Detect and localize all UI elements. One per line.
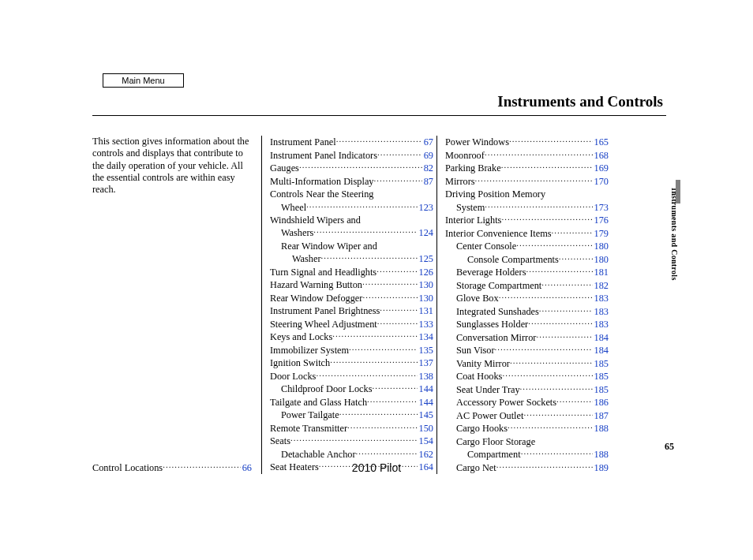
toc-page-link[interactable]: 188	[593, 448, 609, 461]
toc-entry: Washers124	[270, 226, 433, 240]
toc-leader-dots	[539, 304, 593, 314]
toc-entry: Ignition Switch137	[270, 357, 433, 370]
toc-page-link[interactable]: 170	[593, 175, 609, 188]
toc-label: Power Tailgate	[270, 409, 339, 421]
toc-page-link[interactable]: 133	[418, 318, 433, 330]
toc-label: Tailgate and Glass Hatch	[270, 396, 367, 409]
toc-page-link[interactable]: 188	[593, 422, 609, 435]
toc-label: Interior Convenience Items	[445, 227, 552, 240]
toc-page-link[interactable]: 67	[422, 136, 433, 148]
toc-page-link[interactable]: 144	[418, 396, 433, 409]
toc-leader-dots	[349, 343, 417, 353]
toc-page-link[interactable]: 69	[422, 149, 433, 162]
toc-page-link[interactable]: 179	[593, 227, 609, 240]
toc-leader-dots	[552, 226, 593, 236]
toc-label: Keys and Locks	[270, 330, 332, 343]
toc-page-link[interactable]: 181	[593, 266, 609, 278]
toc-page-link[interactable]: 185	[593, 383, 609, 396]
toc-page-link[interactable]: 186	[593, 396, 609, 409]
toc-entry: Storage Compartment182	[445, 278, 609, 292]
toc-entry: Hazard Warning Button130	[270, 278, 433, 292]
toc-label: Childproof Door Locks	[270, 383, 372, 395]
toc-page-link[interactable]: 131	[418, 304, 433, 317]
toc-entry: AC Power Outlet187	[445, 409, 609, 423]
toc-page-link[interactable]: 144	[418, 383, 433, 395]
toc-label: Hazard Warning Button	[270, 278, 362, 291]
toc-page-link[interactable]: 185	[593, 357, 609, 370]
toc-page-link[interactable]: 185	[593, 370, 609, 383]
toc-entry: Driving Position Memory	[445, 188, 609, 200]
toc-entry: Vanity Mirror185	[445, 357, 609, 370]
toc-label: Immobilizer System	[270, 344, 349, 357]
toc-label: Steering Wheel Adjustment	[270, 318, 377, 330]
toc-page-link[interactable]: 130	[418, 278, 433, 291]
toc-label: Instrument Panel Indicators	[270, 149, 377, 162]
toc-page-link[interactable]: 180	[593, 240, 609, 252]
toc-page-link[interactable]: 180	[593, 253, 609, 266]
toc-entry: Wheel123	[270, 200, 433, 214]
toc-leader-dots	[356, 447, 418, 457]
toc-page-link[interactable]: 130	[418, 292, 433, 304]
toc-leader-dots	[336, 136, 422, 145]
toc-leader-dots	[377, 149, 422, 159]
toc-page-link[interactable]: 165	[593, 136, 609, 148]
toc-label: Ignition Switch	[270, 357, 330, 369]
toc-page-link[interactable]: 135	[418, 344, 433, 357]
toc-page-link[interactable]: 183	[593, 305, 609, 318]
toc-leader-dots	[313, 226, 417, 236]
toc-page-link[interactable]: 134	[418, 330, 433, 343]
toc-entry: Power Windows165	[445, 136, 609, 149]
toc-page-link[interactable]: 187	[593, 409, 609, 422]
toc-leader-dots	[520, 383, 593, 393]
toc-page-link[interactable]: 150	[418, 422, 433, 435]
toc-page-link[interactable]: 176	[593, 214, 609, 226]
toc-label: Integrated Sunshades	[445, 305, 539, 318]
toc-entry: Tailgate and Glass Hatch144	[270, 395, 433, 409]
toc-label: System	[445, 201, 485, 214]
toc-page-link[interactable]: 162	[418, 448, 433, 461]
toc-page-link[interactable]: 125	[418, 252, 433, 265]
toc-label: Driving Position Memory	[445, 189, 545, 200]
toc-leader-dots	[510, 357, 593, 366]
toc-page-link[interactable]: 184	[593, 344, 609, 357]
toc-page-link[interactable]: 168	[593, 149, 609, 162]
toc-page-link[interactable]: 183	[593, 292, 609, 304]
toc-entry: Multi-Information Display87	[270, 175, 433, 189]
toc-page-link[interactable]: 173	[593, 201, 609, 214]
toc-label: Accessory Power Sockets	[445, 396, 556, 409]
toc-leader-dots	[306, 200, 417, 210]
toc-page-link[interactable]: 182	[593, 279, 609, 292]
toc-leader-dots	[475, 175, 593, 185]
toc-page-link[interactable]: 154	[418, 435, 433, 447]
toc-leader-dots	[536, 330, 592, 340]
toc-page-link[interactable]: 124	[418, 226, 433, 239]
toc-column-1: This section gives information about the…	[92, 136, 261, 474]
toc-column-2: Instrument Panel67Instrument Panel Indic…	[261, 136, 436, 474]
toc-label: Rear Window Defogger	[270, 292, 362, 304]
toc-page-link[interactable]: 126	[418, 266, 433, 278]
toc-leader-dots	[502, 370, 592, 379]
side-tab-marker	[676, 180, 680, 203]
toc-leader-dots	[556, 396, 593, 405]
toc-page-link[interactable]: 145	[418, 409, 433, 421]
toc-page-link[interactable]: 123	[418, 201, 433, 214]
toc-label: Washer	[270, 252, 321, 265]
toc-label: Washers	[270, 226, 313, 239]
toc-page-link[interactable]: 82	[422, 162, 433, 174]
toc-entry: Integrated Sunshades183	[445, 304, 609, 318]
toc-label: Seat Under Tray	[445, 383, 520, 396]
toc-entry: Remote Transmitter150	[270, 421, 433, 435]
toc-entry: Gauges82	[270, 162, 433, 175]
toc-label: Instrument Panel Brightness	[270, 304, 380, 317]
toc-label: Storage Compartment	[445, 279, 541, 292]
toc-page-link[interactable]: 169	[593, 162, 609, 174]
toc-page-link[interactable]: 137	[418, 357, 433, 369]
toc-page-link[interactable]: 87	[422, 175, 433, 188]
toc-page-link[interactable]: 138	[418, 370, 433, 383]
toc-label: Interior Lights	[445, 214, 501, 226]
side-tab: Instruments and Controls	[670, 188, 678, 330]
toc-entry: Instrument Panel Brightness131	[270, 304, 433, 318]
toc-page-link[interactable]: 183	[593, 318, 609, 330]
toc-leader-dots	[377, 317, 418, 327]
toc-page-link[interactable]: 184	[593, 331, 609, 344]
